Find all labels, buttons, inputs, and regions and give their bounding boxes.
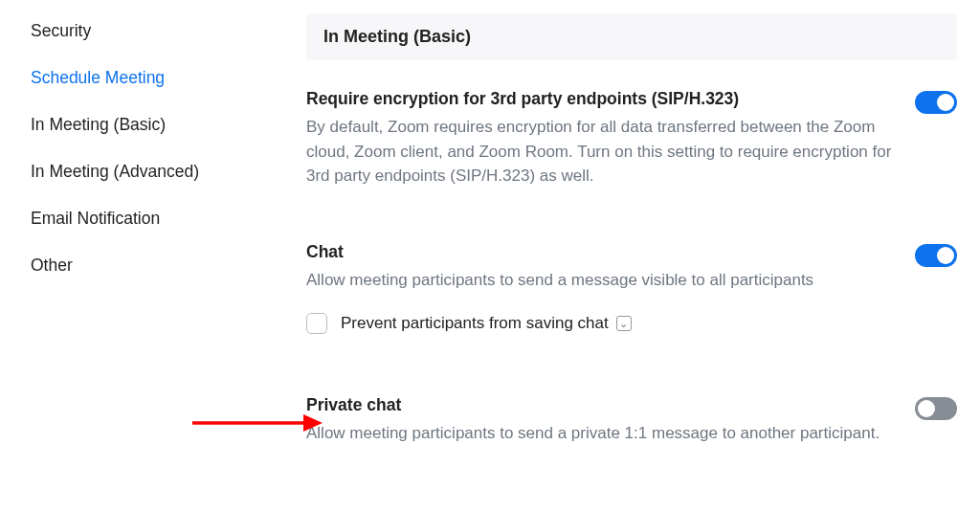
setting-chat-title: Chat: [306, 242, 896, 262]
settings-sidebar: Security Schedule Meeting In Meeting (Ba…: [0, 0, 306, 511]
setting-chat: Chat Allow meeting participants to send …: [306, 242, 957, 293]
toggle-private-chat[interactable]: [915, 397, 957, 420]
setting-encryption-text: Require encryption for 3rd party endpoin…: [306, 89, 915, 189]
toggle-chat[interactable]: [915, 244, 957, 267]
sidebar-item-in-meeting-advanced[interactable]: In Meeting (Advanced): [31, 148, 306, 195]
sidebar-item-security[interactable]: Security: [31, 8, 306, 55]
setting-encryption: Require encryption for 3rd party endpoin…: [306, 89, 957, 202]
checkbox-prevent-save[interactable]: [306, 313, 327, 334]
sidebar-item-email-notification[interactable]: Email Notification: [31, 195, 306, 242]
setting-encryption-title: Require encryption for 3rd party endpoin…: [306, 89, 896, 109]
setting-encryption-desc: By default, Zoom requires encryption for…: [306, 115, 896, 189]
sidebar-item-schedule-meeting[interactable]: Schedule Meeting: [31, 55, 306, 101]
setting-chat-desc: Allow meeting participants to send a mes…: [306, 268, 896, 293]
section-header: In Meeting (Basic): [306, 13, 957, 60]
setting-private-chat-title: Private chat: [306, 395, 896, 415]
setting-private-chat-desc: Allow meeting participants to send a pri…: [306, 421, 896, 446]
chat-prevent-save-option: Prevent participants from saving chat ⌄: [306, 313, 957, 334]
toggle-knob: [937, 94, 954, 111]
setting-private-chat-text: Private chat Allow meeting participants …: [306, 395, 915, 446]
sidebar-item-other[interactable]: Other: [31, 242, 306, 289]
info-icon[interactable]: ⌄: [616, 316, 632, 331]
setting-private-chat: Private chat Allow meeting participants …: [306, 395, 957, 459]
toggle-encryption[interactable]: [915, 91, 957, 114]
settings-main: In Meeting (Basic) Require encryption fo…: [306, 0, 980, 511]
setting-chat-text: Chat Allow meeting participants to send …: [306, 242, 915, 293]
chat-prevent-save-label: Prevent participants from saving chat: [341, 314, 609, 333]
toggle-knob: [937, 247, 954, 264]
sidebar-item-in-meeting-basic[interactable]: In Meeting (Basic): [31, 101, 306, 148]
toggle-knob: [918, 400, 935, 417]
